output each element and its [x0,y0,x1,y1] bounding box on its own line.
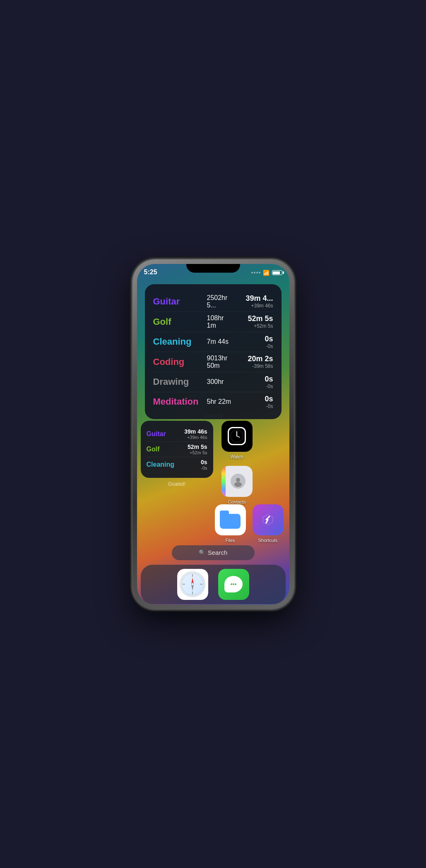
contacts-icon [221,466,253,497]
large-widget[interactable]: Guitar 2502hr 5... 39m 4... +39m 46s Gol… [145,284,282,419]
small-name-golf: Golf [147,446,160,453]
small-widget-row-cleaning: Cleaning 0s -0s [147,457,207,472]
small-sub-guitar: +39m 46s [184,435,207,440]
small-sub-cleaning: -0s [201,465,207,470]
small-widget-label: Goated! [168,481,186,487]
wifi-icon: 📶 [263,270,270,276]
widget-row-coding: Coding 9013hr 50m 20m 2s -39m 58s [153,352,273,372]
messages-app-container[interactable] [218,569,249,600]
activity-total-guitar: 2502hr 5... [207,294,232,309]
status-icons: 📶 [251,270,282,276]
screen: 5:25 📶 Guitar 2502hr 5... [132,259,294,609]
small-sub-golf: +52m 5s [188,450,207,455]
activity-today-coding: 20m 2s -39m 58s [232,355,273,369]
files-icon [215,504,246,535]
svg-marker-10 [191,578,194,584]
activity-today-golf: 52m 5s +52m 5s [232,314,273,329]
search-label: Search [208,549,228,556]
files-label: Files [225,538,235,543]
app-row-2: Files Shortcuts [215,504,286,543]
notch [186,259,240,273]
activity-name-guitar: Guitar [153,296,207,307]
widget-row-cleaning: Cleaning 7m 44s 0s -0s [153,332,273,352]
svg-point-14 [235,583,236,585]
activity-total-meditation: 5hr 22m [207,398,232,405]
widget-row-meditation: Meditation 5hr 22m 0s -0s [153,392,273,412]
activity-total-coding: 9013hr 50m [207,355,232,369]
safari-app-container[interactable] [177,569,208,600]
search-bar[interactable]: 🔍 Search [172,545,255,560]
activity-name-drawing: Drawing [153,376,207,387]
svg-marker-11 [191,584,194,591]
activity-name-meditation: Meditation [153,396,207,407]
small-widget[interactable]: Guitar 39m 46s +39m 46s Golf [141,421,213,478]
activity-name-coding: Coding [153,357,207,367]
dock [141,565,286,604]
activity-today-cleaning: 0s -0s [232,335,273,349]
activity-name-golf: Golf [153,317,207,327]
phone: 5:25 📶 Guitar 2502hr 5... [132,259,294,609]
shortcuts-app-container[interactable]: Shortcuts [253,504,284,543]
right-app-col: Watch [221,421,253,504]
search-icon: 🔍 [199,549,205,556]
watch-app-container[interactable]: Watch [221,421,253,459]
app-grid: Guitar 39m 46s +39m 46s Golf [132,421,294,549]
contacts-app-container[interactable]: Contacts [221,466,253,504]
shortcuts-label: Shortcuts [258,538,277,543]
files-app-container[interactable]: Files [215,504,246,543]
status-time: 5:25 [144,269,157,276]
small-today-golf: 52m 5s [188,444,207,450]
widget-row-guitar: Guitar 2502hr 5... 39m 4... +39m 46s [153,292,273,312]
battery-icon [272,270,282,275]
small-today-cleaning: 0s [201,459,207,465]
safari-icon [177,569,208,600]
small-widget-row-golf: Golf 52m 5s +52m 5s [147,442,207,457]
svg-point-12 [231,583,232,585]
activity-today-drawing: 0s -0s [232,375,273,389]
svg-point-13 [233,583,234,585]
watch-icon [221,421,253,452]
app-row-1: Guitar 39m 46s +39m 46s Golf [141,421,286,504]
svg-line-2 [237,436,240,437]
small-widget-row-guitar: Guitar 39m 46s +39m 46s [147,427,207,442]
widget-row-drawing: Drawing 300hr 0s -0s [153,372,273,392]
activity-total-cleaning: 7m 44s [207,338,232,345]
activity-total-drawing: 300hr [207,378,232,386]
shortcuts-icon [253,504,284,535]
contacts-label: Contacts [228,499,245,504]
activity-total-golf: 108hr 1m [207,314,232,329]
activity-today-meditation: 0s -0s [232,395,273,409]
activity-name-cleaning: Cleaning [153,336,207,347]
small-widget-container: Guitar 39m 46s +39m 46s Golf [141,421,213,487]
svg-point-4 [234,482,242,487]
signal-icon [251,272,260,273]
small-name-cleaning: Cleaning [147,461,175,468]
small-today-guitar: 39m 46s [184,428,207,435]
svg-point-3 [236,478,240,482]
watch-label: Watch [231,454,243,459]
small-name-guitar: Guitar [147,430,166,438]
widget-row-golf: Golf 108hr 1m 52m 5s +52m 5s [153,312,273,332]
activity-today-guitar: 39m 4... +39m 46s [232,294,273,309]
messages-icon [218,569,249,600]
